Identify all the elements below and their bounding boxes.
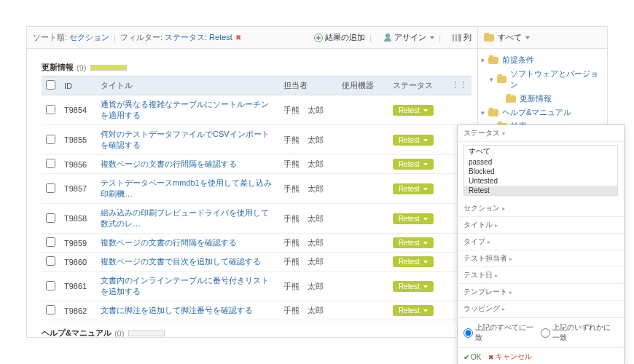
col-checkbox — [42, 76, 60, 95]
filter-section[interactable]: タイプ ▸ — [458, 234, 624, 250]
title-link[interactable]: 文書内のインラインテーブルに番号付きリストを追加する — [101, 276, 269, 296]
match-any-radio[interactable]: 上記のいずれかに一致 — [541, 323, 618, 343]
add-result-button[interactable]: 結果の追加 — [314, 32, 365, 43]
col-device[interactable]: 使用機器 — [337, 76, 388, 95]
all-dropdown[interactable]: すべて — [498, 32, 530, 43]
status-options-list[interactable]: すべてpassedBlockedUntestedRetestFailed — [463, 145, 618, 196]
col-id[interactable]: ID — [60, 76, 96, 95]
cell-device — [337, 95, 388, 125]
title-link[interactable]: 複数ページの文書の行間隔を確認する — [101, 238, 237, 247]
col-title[interactable]: タイトル — [96, 76, 279, 95]
row-checkbox[interactable] — [46, 213, 55, 223]
row-checkbox[interactable] — [46, 281, 55, 290]
cell-status: Retest — [388, 253, 447, 272]
cell-status: Retest — [388, 125, 447, 155]
cell-person: 手熊 太郎 — [279, 125, 337, 155]
row-checkbox[interactable] — [46, 305, 55, 314]
chevron-down-icon — [423, 218, 428, 221]
section-count: (9) — [77, 63, 86, 72]
tree-node[interactable]: ▾ヘルプ&マニュアル — [481, 106, 604, 119]
cell-status: Retest — [388, 204, 447, 234]
status-option[interactable]: Retest — [464, 186, 617, 195]
assign-button[interactable]: アサイン — [383, 32, 434, 43]
row-checkbox[interactable] — [46, 105, 55, 114]
table-row: T9857 テストデータベースmmdb1を使用して差し込み印刷機… 手熊 太郎 … — [42, 174, 471, 204]
toolbar: ソート順: セクション | フィルター: ステータス: Retest ✖ 結果の… — [27, 27, 477, 49]
cell-person: 手熊 太郎 — [279, 301, 337, 320]
status-pill[interactable]: Retest — [393, 281, 434, 292]
tree-node[interactable]: ▾前提条件 — [481, 53, 604, 67]
filter-section[interactable]: タイトル ▸ — [458, 217, 624, 234]
title-link[interactable]: 組み込みの印刷プレビュードライバを使用して数式のレ… — [101, 208, 269, 228]
filter-section[interactable]: ラッピング ▸ — [458, 301, 624, 317]
section-name: ヘルプ&マニュアル — [42, 328, 111, 337]
status-pill[interactable]: Retest — [393, 183, 434, 194]
columns-button[interactable]: 列 — [453, 32, 471, 43]
row-checkbox[interactable] — [46, 135, 55, 144]
status-option[interactable]: Blocked — [464, 167, 617, 176]
tree-label: 更新情報 — [520, 93, 552, 104]
row-checkbox[interactable] — [46, 183, 55, 193]
cell-id: T9857 — [60, 174, 96, 204]
title-link[interactable]: 複数ページの文書で目次を追加して確認する — [101, 257, 261, 266]
filter-section[interactable]: セクション ▸ — [458, 200, 624, 217]
chevron-down-icon — [525, 36, 530, 39]
cell-device — [337, 174, 388, 204]
cell-person: 手熊 太郎 — [279, 272, 337, 301]
filter-section-status[interactable]: ステータス ▾ — [458, 125, 624, 142]
status-pill[interactable]: Retest — [393, 135, 434, 146]
tree-twisty[interactable]: ▾ — [481, 109, 488, 116]
col-status[interactable]: ステータス — [388, 76, 447, 95]
tree-twisty[interactable]: ▾ — [490, 76, 497, 83]
drag-handle[interactable] — [447, 95, 471, 125]
tree-twisty[interactable]: ▾ — [481, 57, 488, 64]
cell-status: Retest — [388, 272, 447, 301]
plus-icon — [314, 33, 323, 42]
ok-button[interactable]: OK — [463, 353, 481, 361]
row-checkbox[interactable] — [46, 237, 55, 247]
title-link[interactable]: 複数ページの文書の行間隔を確認する — [101, 159, 237, 168]
status-pill[interactable]: Retest — [393, 105, 434, 116]
chevron-down-icon — [423, 309, 428, 312]
status-pill[interactable]: Retest — [393, 213, 434, 224]
title-link[interactable]: 通貨が異なる複雑なテーブルにソートルーチンを適用する — [101, 100, 269, 119]
folder-icon — [484, 34, 494, 41]
filter-section[interactable]: テンプレート ▸ — [458, 284, 624, 301]
status-option[interactable]: すべて — [464, 146, 617, 157]
tree-node[interactable]: 更新情報 — [498, 92, 604, 106]
select-all-checkbox[interactable] — [46, 80, 55, 90]
title-link[interactable]: 何対のテストデータファイルでCSVインポートを確認する — [101, 130, 270, 149]
row-checkbox[interactable] — [46, 256, 55, 266]
status-pill[interactable]: Retest — [393, 305, 434, 316]
status-pill[interactable]: Retest — [393, 159, 434, 170]
cell-id: T9855 — [60, 125, 96, 155]
col-person[interactable]: 担当者 — [279, 76, 337, 95]
status-option[interactable]: Failed — [464, 195, 617, 196]
filter-section[interactable]: テスト日 ▸ — [458, 267, 624, 284]
check-icon — [463, 353, 469, 361]
table-row: T9859 複数ページの文書の行間隔を確認する 手熊 太郎 Retest — [42, 234, 471, 253]
chevron-down-icon — [423, 242, 428, 245]
row-checkbox[interactable] — [46, 159, 55, 168]
status-option[interactable]: Untested — [464, 176, 617, 186]
match-mode-row: 上記のすべてに一致 上記のいずれかに一致 — [458, 317, 624, 347]
tree-node[interactable]: ▾ソフトウェアとバージョン — [490, 67, 604, 92]
clear-filter-icon[interactable]: ✖ — [235, 33, 241, 41]
cell-device — [337, 301, 388, 320]
test-table: ID タイトル 担当者 使用機器 ステータス ⋮⋮ T9854 通貨が異なる複雑… — [42, 76, 471, 320]
sort-value[interactable]: セクション — [69, 32, 109, 43]
filter-value[interactable]: ステータス: Retest — [165, 32, 232, 43]
match-all-radio[interactable]: 上記のすべてに一致 — [463, 323, 533, 343]
filter-section[interactable]: テスト担当者 ▸ — [458, 250, 624, 267]
title-link[interactable]: テストデータベースmmdb1を使用して差し込み印刷機… — [101, 178, 272, 198]
status-pill[interactable]: Retest — [393, 237, 434, 248]
cancel-button[interactable]: キャンセル — [488, 352, 532, 362]
status-pill[interactable]: Retest — [393, 256, 434, 267]
cell-title: 何対のテストデータファイルでCSVインポートを確認する — [96, 125, 279, 155]
title-link[interactable]: 文書に脚注を追加して脚注番号を確認する — [101, 306, 253, 314]
user-icon — [383, 33, 392, 42]
cell-person: 手熊 太郎 — [279, 155, 337, 174]
cell-device — [337, 253, 388, 272]
cell-device — [337, 272, 388, 301]
status-option[interactable]: passed — [464, 157, 617, 167]
